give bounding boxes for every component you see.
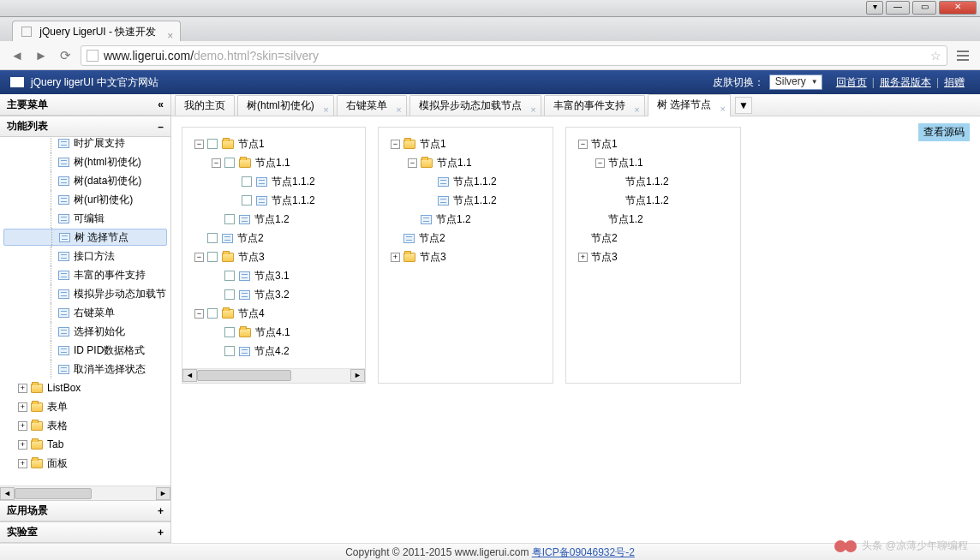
sidebar-item[interactable]: 选择初始化 <box>0 322 170 341</box>
window-minimize[interactable]: — <box>886 1 910 15</box>
tab[interactable]: 树(html初使化)× <box>237 95 334 116</box>
tab[interactable]: 丰富的事件支持× <box>544 95 645 116</box>
tree-node[interactable]: 节点2 <box>573 229 733 247</box>
link-server[interactable]: 服务器版本 <box>875 75 936 90</box>
sidebar-item[interactable]: ID PID数据格式 <box>0 341 170 360</box>
expand-icon[interactable]: + <box>18 421 27 431</box>
tree-node[interactable]: 节点2 <box>189 229 358 247</box>
panel-hscroll[interactable]: ◄ ► <box>182 368 365 383</box>
tree-node[interactable]: 节点4.1 <box>189 323 358 342</box>
tree-node[interactable]: 节点1.1.2 <box>189 172 358 191</box>
sidebar-folder-item[interactable]: +Tab <box>0 435 170 454</box>
browser-tab[interactable]: jQuery LigerUI - 快速开发 × <box>12 21 181 41</box>
scroll-right-icon[interactable]: ► <box>350 369 365 382</box>
tab[interactable]: 模拟异步动态加载节点× <box>409 95 541 116</box>
expand-icon[interactable]: + <box>18 384 27 393</box>
icp-link[interactable]: 粤ICP备09046932号-2 <box>532 546 635 558</box>
sidebar-section-list[interactable]: 功能列表 – <box>0 116 170 137</box>
checkbox[interactable] <box>224 289 235 300</box>
tab[interactable]: 树 选择节点× <box>648 94 731 116</box>
bookmark-icon[interactable]: ☆ <box>930 49 941 63</box>
browser-tab-close-icon[interactable]: × <box>167 26 173 46</box>
scrollbar-thumb[interactable] <box>15 488 92 499</box>
checkbox[interactable] <box>224 214 235 224</box>
tree-node[interactable]: −节点1 <box>189 134 358 153</box>
sidebar-section-lab[interactable]: 实验室 + <box>0 521 170 543</box>
tree-node[interactable]: −节点3 <box>189 247 358 266</box>
tab[interactable]: 我的主页 <box>175 95 235 116</box>
tree-node[interactable]: −节点1 <box>573 134 733 153</box>
tree-node[interactable]: −节点1 <box>385 134 546 153</box>
sidebar-item[interactable]: 树(html初使化) <box>0 152 170 171</box>
tab-close-icon[interactable]: × <box>720 99 726 118</box>
scroll-right-icon[interactable]: ► <box>156 487 170 500</box>
expand-icon[interactable]: + <box>18 459 27 468</box>
skin-select[interactable]: Silvery <box>769 74 822 90</box>
expand-icon[interactable]: + <box>18 440 27 450</box>
window-close[interactable]: ✕ <box>939 1 977 15</box>
window-dropdown[interactable]: ▾ <box>866 1 883 15</box>
sidebar-item[interactable]: 丰富的事件支持 <box>0 265 170 284</box>
url-input[interactable]: www.ligerui.com/demo.html?skin=silvery ☆ <box>81 45 947 66</box>
tree-node[interactable]: 节点4.2 <box>189 342 358 360</box>
expand-icon[interactable]: + <box>578 253 588 262</box>
tab-overflow-icon[interactable]: ▼ <box>735 97 752 114</box>
expand-icon[interactable]: − <box>408 158 417 168</box>
sidebar-item[interactable]: 时扩展支持 <box>0 137 170 152</box>
sidebar-section-scene[interactable]: 应用场景 + <box>0 500 170 521</box>
sidebar-folder-item[interactable]: +表单 <box>0 397 170 416</box>
tree-node[interactable]: 节点3.1 <box>189 266 358 285</box>
expand-icon[interactable]: − <box>391 140 400 149</box>
sidebar-item[interactable]: 树(data初使化) <box>0 171 170 190</box>
menu-icon[interactable] <box>954 47 971 64</box>
expand-icon[interactable]: − <box>595 158 605 168</box>
sidebar-item[interactable]: 可编辑 <box>0 209 170 228</box>
scrollbar-thumb[interactable] <box>197 370 291 381</box>
tree-node[interactable]: 节点2 <box>385 229 546 247</box>
sidebar-item[interactable]: 右键菜单 <box>0 303 170 322</box>
tree-node[interactable]: −节点1.1 <box>385 153 546 172</box>
expand-icon[interactable]: − <box>578 140 588 149</box>
tree-node[interactable]: 节点1.1.2 <box>189 191 358 210</box>
tab[interactable]: 右键菜单× <box>337 95 407 116</box>
sidebar-item[interactable]: 模拟异步动态加载节 <box>0 284 170 303</box>
tree-node[interactable]: 节点1.2 <box>385 210 546 229</box>
scroll-left-icon[interactable]: ◄ <box>0 487 15 500</box>
tree-node[interactable]: 节点1.1.2 <box>385 191 546 210</box>
expand-icon[interactable]: − <box>194 140 204 149</box>
sidebar-item[interactable]: 树(url初使化) <box>0 190 170 209</box>
view-source-button[interactable]: 查看源码 <box>918 123 970 141</box>
tree-node[interactable]: 节点1.1.2 <box>573 172 733 191</box>
checkbox[interactable] <box>224 271 235 281</box>
sidebar-folder-item[interactable]: +表格 <box>0 416 170 435</box>
plus-icon[interactable]: + <box>158 505 164 517</box>
checkbox[interactable] <box>224 158 235 168</box>
plus-icon[interactable]: + <box>158 527 164 539</box>
tree-node[interactable]: +节点3 <box>573 247 733 266</box>
tree-node[interactable]: −节点4 <box>189 304 358 323</box>
checkbox[interactable] <box>207 139 218 149</box>
forward-icon[interactable]: ► <box>33 47 50 64</box>
window-maximize[interactable]: ▭ <box>912 1 936 15</box>
checkbox[interactable] <box>207 252 218 262</box>
checkbox[interactable] <box>224 346 235 356</box>
collapse-icon[interactable]: « <box>158 98 164 110</box>
sidebar-folder-item[interactable]: +ListBox <box>0 378 170 397</box>
expand-icon[interactable]: − <box>194 309 204 319</box>
reload-icon[interactable]: ⟳ <box>57 47 74 64</box>
expand-icon[interactable]: + <box>391 253 400 262</box>
tree-node[interactable]: −节点1.1 <box>189 153 358 172</box>
checkbox[interactable] <box>242 195 252 206</box>
expand-icon[interactable]: − <box>212 158 221 168</box>
sidebar-hscroll[interactable]: ◄ ► <box>0 486 170 500</box>
expand-icon[interactable]: + <box>18 402 27 412</box>
checkbox[interactable] <box>224 327 235 337</box>
tree-node[interactable]: 节点1.1.2 <box>385 172 546 191</box>
sidebar-item[interactable]: 取消半选择状态 <box>0 360 170 378</box>
sidebar-folder-item[interactable]: +面板 <box>0 454 170 473</box>
tree-node[interactable]: 节点3.2 <box>189 285 358 304</box>
back-icon[interactable]: ◄ <box>9 47 26 64</box>
scroll-left-icon[interactable]: ◄ <box>182 369 197 382</box>
checkbox[interactable] <box>207 308 218 319</box>
tree-node[interactable]: 节点1.2 <box>189 210 358 229</box>
